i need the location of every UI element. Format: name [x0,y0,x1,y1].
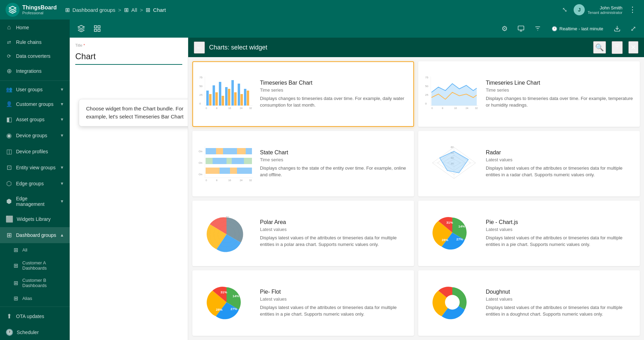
sidebar-sub-item-all[interactable]: ⊞ All [0,243,70,257]
widget-card-doughnut[interactable]: Doughnut Latest values Displays latest v… [418,270,640,336]
breadcrumb-item-3[interactable]: Chart [153,7,166,13]
edge-mgmt-icon: ⬢ [6,198,13,205]
widget-preview-pie-flot: 14% 27% 28% 31% [199,282,254,324]
sidebar: ⌂ Home ⇄ Rule chains ⟳ Data converters ⊕… [0,20,70,340]
user-section[interactable]: J John Smith Tenant administrator [574,4,622,15]
svg-text:On: On [199,161,202,164]
alias-icon: ⊞ [13,295,19,302]
sidebar-item-scheduler[interactable]: 🕐 Scheduler [0,324,70,340]
svg-rect-61 [227,158,232,164]
sidebar-item-widgets-library[interactable]: ⬜ Widgets Library [0,211,70,227]
fullscreen-button[interactable]: ⤡ [560,4,569,16]
download-button[interactable] [612,23,623,34]
sidebar-item-edge-management[interactable]: ⬢ Edge management ▼ [0,192,70,211]
svg-text:32: 32 [249,107,252,109]
svg-rect-67 [237,168,252,174]
svg-text:75: 75 [425,76,428,79]
svg-rect-28 [234,92,237,106]
svg-rect-0 [94,26,97,28]
widget-card-timeseries-bar[interactable]: 75 50 25 0 [192,61,414,127]
widget-preview-bar: 75 50 25 0 [199,73,254,115]
expand-button[interactable]: ⤢ [628,22,638,35]
title-field-label: Title * [75,43,182,47]
breadcrumb: ⊞ Dashboard groups > ⊞ All > ⊞ Chart [65,7,560,13]
svg-rect-31 [244,89,246,106]
sidebar-sub-item-customer-b[interactable]: ⊞ Customer B Dashboards [0,274,70,292]
chevron-down-icon-6: ▼ [60,199,64,204]
widget-card-radar[interactable]: 60 50 40 30 [418,131,640,196]
sidebar-item-data-converters[interactable]: ⟳ Data converters [0,49,70,63]
sidebar-sub-item-customer-a[interactable]: ⊞ Customer A Dashboards [0,257,70,274]
svg-rect-65 [220,168,230,174]
widget-info-radar: Radar Latest values Displays latest valu… [486,149,634,178]
settings-button[interactable]: ⚙ [499,22,510,35]
widget-card-timeseries-line[interactable]: 75 50 25 0 [418,61,640,127]
widget-info-state: State Chart Time series Displays changes… [260,149,408,178]
content-area: ⚙ 🕐 Realtime - last minut [70,20,644,340]
breadcrumb-item-2[interactable]: All [131,7,137,13]
sidebar-item-rule-chains[interactable]: ⇄ Rule chains [0,35,70,49]
sidebar-item-edge-groups[interactable]: ⬡ Edge groups ▼ [0,176,70,192]
sidebar-item-integrations[interactable]: ⊕ Integrations [0,63,70,79]
logo[interactable]: ThingsBoard Professional [6,3,57,17]
chevron-down-icon-3: ▼ [60,133,64,138]
sidebar-item-customer-groups[interactable]: 👤 Customer groups ▼ [0,97,70,111]
chart-editor-panel: Title * Chart Choose widget from the Cha… [70,38,188,340]
search-button[interactable]: 🔍 [593,41,606,54]
filter-button[interactable] [532,23,543,34]
sidebar-item-device-groups[interactable]: ◉ Device groups ▼ [0,128,70,144]
scheduler-icon: 🕐 [6,329,13,336]
time-selector[interactable]: 🕐 Realtime - last minute [549,25,606,33]
widget-card-pie-flot[interactable]: 14% 27% 28% 31% Pie- Flot Latest values … [192,270,414,336]
filter-btn[interactable] [612,41,623,54]
chart-title[interactable]: Chart [75,49,182,65]
sidebar-item-user-groups[interactable]: 👥 User groups ▼ [0,82,70,97]
sidebar-sub-item-alias[interactable]: ⊞ Alias [0,292,70,305]
sidebar-item-home[interactable]: ⌂ Home [0,20,70,35]
chevron-right-icon: ▼ [60,102,64,107]
sidebar-item-dashboard-groups[interactable]: ⊞ Dashboard groups ▲ [0,227,70,243]
svg-text:27%: 27% [456,237,463,241]
breadcrumb-item-1[interactable]: Dashboard groups [72,7,115,13]
svg-text:28%: 28% [216,308,223,311]
data-converters-icon: ⟳ [6,53,13,59]
chevron-up-icon: ▲ [60,233,64,238]
widget-preview-polar: 60 [199,212,254,254]
widget-preview-radar: 60 50 40 30 [424,143,480,185]
svg-rect-2 [94,29,97,31]
widget-card-state[interactable]: On On On [192,131,414,196]
svg-rect-56 [223,148,237,154]
logo-text: ThingsBoard Professional [22,4,57,15]
svg-text:8: 8 [216,107,217,109]
svg-text:25: 25 [199,93,202,96]
svg-point-96 [445,295,460,310]
sidebar-item-device-profiles[interactable]: ◫ Device profiles [0,144,70,160]
chart-button[interactable] [515,23,527,34]
sidebar-item-entity-view-groups[interactable]: ⊡ Entity view groups ▼ [0,160,70,176]
svg-text:25: 25 [425,93,428,96]
widget-info-line: Timeseries Line Chart Time series Displa… [486,80,634,108]
svg-rect-66 [230,168,237,174]
widget-grid: 75 50 25 0 [188,57,644,340]
sidebar-item-ota-updates[interactable]: ⬆ OTA updates [0,308,70,324]
layers-button[interactable] [75,23,87,34]
svg-rect-58 [246,148,252,154]
chevron-down-icon-5: ▼ [60,181,64,186]
svg-text:32: 32 [475,107,478,109]
menu-button[interactable]: ⋮ [627,3,638,16]
asset-groups-icon: ◧ [6,116,13,123]
close-button[interactable]: ✕ [628,41,638,54]
dashboard-area: Title * Chart Choose widget from the Cha… [70,38,644,340]
back-button[interactable]: ← [194,41,205,54]
widget-card-pie-chartjs[interactable]: 14% 27% 28% 31% Pie - Chart.js Latest va… [418,201,640,266]
svg-rect-26 [228,89,230,106]
svg-text:0: 0 [206,179,207,181]
svg-text:31%: 31% [446,221,453,224]
sidebar-item-asset-groups[interactable]: ◧ Asset groups ▼ [0,111,70,128]
main-layout: ⌂ Home ⇄ Rule chains ⟳ Data converters ⊕… [0,20,644,340]
svg-text:0: 0 [199,102,201,105]
chevron-down-icon: ▼ [60,87,64,92]
widget-card-polar[interactable]: 60 [192,201,414,266]
svg-rect-19 [206,91,209,106]
grid-button[interactable] [91,23,103,34]
